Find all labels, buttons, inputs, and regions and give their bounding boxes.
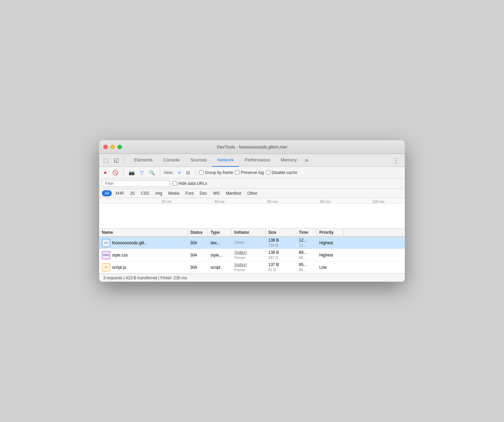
table-row[interactable]: </> fooooooooods.glit... 304 doc... Othe…: [99, 237, 405, 249]
hide-data-urls-label[interactable]: Hide data URLs: [173, 181, 207, 186]
status-text: 3 requests | 413 B transferred | Finish:…: [103, 276, 187, 280]
td-type-0: doc...: [208, 241, 232, 245]
filename-0: fooooooooods.glit...: [112, 241, 148, 245]
disable-cache-label[interactable]: Disable cache: [266, 170, 297, 175]
td-priority-1: Highest: [317, 253, 344, 258]
group-by-frame-checkbox[interactable]: [199, 170, 203, 175]
table-row[interactable]: CSS style.css 304 style... (index) Parse…: [99, 249, 405, 261]
td-type-1: style...: [208, 253, 232, 258]
tab-console[interactable]: Console: [158, 154, 185, 167]
type-filters: All XHR JS CSS Img Media Font Doc WS Man…: [99, 189, 405, 198]
td-type-2: script: [208, 265, 232, 270]
hide-data-urls-checkbox[interactable]: [173, 181, 177, 186]
titlebar: DevTools - fooooooooods.glitch.me/: [99, 140, 405, 154]
ruler-mark-5: 100 ms: [352, 199, 405, 204]
td-priority-0: Highest: [317, 241, 344, 245]
more-tabs-icon[interactable]: »: [302, 157, 311, 164]
panel-container: Name Status Type Initiator Size Time Pri…: [99, 229, 405, 282]
tabs: Elements Console Sources Network Perform…: [129, 154, 390, 167]
type-filter-ws[interactable]: WS: [210, 190, 222, 196]
th-initiator[interactable]: Initiator: [232, 229, 266, 236]
th-size[interactable]: Size: [266, 229, 296, 236]
th-time[interactable]: Time: [296, 229, 317, 236]
td-time-0: 12... 12...: [296, 238, 317, 248]
file-icon-js: JS: [102, 263, 110, 271]
view-label: View:: [164, 170, 174, 175]
type-filter-img[interactable]: Img: [152, 190, 165, 196]
filename-2: script.js: [112, 265, 126, 270]
td-initiator-2: (index) Parser: [232, 262, 266, 272]
td-status-2: 304: [187, 265, 208, 270]
td-time-1: 89... 88...: [296, 250, 317, 260]
search-icon[interactable]: 🔍: [147, 169, 157, 176]
type-filter-xhr[interactable]: XHR: [112, 190, 126, 196]
td-priority-2: Low: [317, 265, 344, 270]
td-status-0: 304: [187, 241, 208, 245]
toolbar-separator-1: [123, 169, 124, 176]
toolbar-separator-3: [195, 169, 196, 176]
preserve-log-label[interactable]: Preserve log: [235, 170, 264, 175]
minimize-button[interactable]: [110, 145, 115, 149]
type-filter-js[interactable]: JS: [127, 190, 138, 196]
clear-button[interactable]: 🚫: [111, 169, 120, 176]
filter-input[interactable]: [102, 180, 170, 187]
device-icon[interactable]: ◱: [112, 156, 120, 164]
table-row[interactable]: JS script.js 304 script (index) Parser 1…: [99, 261, 405, 274]
network-table: Name Status Type Initiator Size Time Pri…: [99, 229, 405, 274]
traffic-lights: [103, 145, 122, 149]
type-filter-other[interactable]: Other: [245, 190, 260, 196]
disable-cache-checkbox[interactable]: [266, 170, 270, 175]
group-by-frame-label[interactable]: Group by frame: [199, 170, 233, 175]
td-size-2: 137 B 81 B: [266, 262, 296, 272]
td-name-2: JS script.js: [99, 263, 187, 271]
th-status[interactable]: Status: [187, 229, 208, 236]
network-toolbar: ● 🚫 📷 ▽ 🔍 View: ≡ ⊟ Group by frame Prese…: [99, 167, 405, 178]
td-size-1: 138 B 287 B: [266, 250, 296, 260]
list-view-icon[interactable]: ≡: [176, 169, 182, 176]
file-icon-css: CSS: [102, 251, 110, 259]
tab-elements[interactable]: Elements: [129, 154, 158, 167]
type-filter-doc[interactable]: Doc: [197, 190, 210, 196]
td-name-1: CSS style.css: [99, 251, 187, 259]
ruler-mark-0: [99, 199, 140, 204]
maximize-button[interactable]: [118, 145, 122, 149]
filter-bar: Hide data URLs: [99, 178, 405, 189]
tabbar: ⬚ ◱ Elements Console Sources Network Per…: [99, 154, 405, 167]
preserve-log-checkbox[interactable]: [235, 170, 239, 175]
td-initiator-0: Other: [232, 240, 266, 246]
td-time-2: 95... 95...: [296, 262, 317, 272]
statusbar: 3 requests | 413 B transferred | Finish:…: [99, 274, 405, 282]
type-filter-manifest[interactable]: Manifest: [223, 190, 244, 196]
record-button[interactable]: ●: [102, 169, 109, 177]
window-title: DevTools - fooooooooods.glitch.me/: [217, 144, 287, 150]
table-header: Name Status Type Initiator Size Time Pri…: [99, 229, 405, 237]
devtools-menu-icon[interactable]: ⋮: [390, 156, 402, 164]
th-type[interactable]: Type: [208, 229, 232, 236]
filter-icon[interactable]: ▽: [138, 169, 145, 176]
td-size-0: 138 B 734 B: [266, 238, 296, 248]
type-filter-all[interactable]: All: [102, 190, 112, 196]
type-filter-css[interactable]: CSS: [138, 190, 152, 196]
close-button[interactable]: [103, 145, 108, 149]
type-filter-media[interactable]: Media: [165, 190, 182, 196]
tab-performance[interactable]: Performance: [239, 154, 275, 167]
ruler-mark-1: 20 ms: [140, 199, 193, 204]
camera-button[interactable]: 📷: [127, 169, 136, 176]
tab-sources[interactable]: Sources: [185, 154, 212, 167]
toolbar-separator-2: [160, 169, 160, 176]
td-status-1: 304: [187, 253, 208, 258]
tab-memory[interactable]: Memory: [275, 154, 302, 167]
ruler-mark-3: 60 ms: [246, 199, 299, 204]
th-name[interactable]: Name: [99, 229, 187, 236]
ruler-mark-2: 40 ms: [193, 199, 246, 204]
type-filter-font[interactable]: Font: [183, 190, 196, 196]
devtools-window: DevTools - fooooooooods.glitch.me/ ⬚ ◱ E…: [99, 140, 405, 282]
timeline-ruler: 20 ms 40 ms 60 ms 80 ms 100 ms: [99, 198, 405, 204]
tab-icons: ⬚ ◱: [102, 156, 125, 164]
timeline-area: 20 ms 40 ms 60 ms 80 ms 100 ms: [99, 198, 405, 229]
tab-network[interactable]: Network: [212, 154, 239, 167]
th-priority[interactable]: Priority: [317, 229, 344, 236]
inspect-icon[interactable]: ⬚: [102, 156, 110, 164]
waterfall-view-icon[interactable]: ⊟: [184, 169, 192, 176]
ruler-mark-4: 80 ms: [299, 199, 352, 204]
